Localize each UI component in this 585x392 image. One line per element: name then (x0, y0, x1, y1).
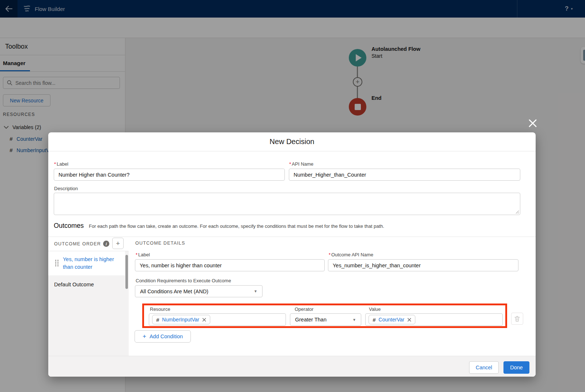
done-button[interactable]: Done (503, 361, 529, 374)
info-icon[interactable]: i (103, 241, 109, 247)
flow-builder-app: Flow Builder ? ▼ Select Elements ↺ ↻ ⚙ (0, 0, 585, 392)
condition-requirements-dropdown[interactable]: All Conditions Are Met (AND) ▼ (135, 285, 263, 297)
textarea-resize-handle[interactable] (516, 210, 519, 214)
outcome-list-scrollbar[interactable] (125, 255, 128, 289)
delete-condition-button[interactable] (511, 313, 523, 325)
outcomes-heading: Outcomes (54, 222, 84, 230)
decision-api-name-input[interactable] (289, 169, 520, 181)
outcome-api-field-label: *Outcome API Name (329, 252, 373, 257)
required-asterisk: * (329, 252, 331, 257)
required-asterisk: * (289, 161, 291, 167)
api-name-field-label: *API Name (289, 161, 313, 167)
trash-icon (514, 316, 520, 322)
remove-resource-icon[interactable] (202, 318, 206, 322)
outcome-order-header: OUTCOME ORDER i + (48, 237, 129, 251)
outcomes-section-header: Outcomes For each path the flow can take… (54, 222, 384, 230)
required-asterisk: * (54, 161, 56, 167)
operator-dropdown[interactable]: Greater Than ▼ (290, 313, 361, 326)
value-pill: # CounterVar (369, 315, 415, 324)
label-field-label: *Label (54, 161, 68, 167)
description-textarea[interactable] (54, 193, 520, 215)
remove-value-icon[interactable] (407, 318, 411, 322)
modal-header: New Decision (48, 132, 536, 151)
add-outcome-button[interactable]: + (112, 238, 124, 249)
value-pill-label[interactable]: CounterVar (378, 317, 404, 323)
outcome-label-input[interactable] (135, 259, 325, 271)
outcome-label-field-label: *Label (136, 252, 150, 257)
resource-pill-label[interactable]: NumberInputVar (162, 317, 199, 323)
number-variable-icon: # (156, 317, 159, 323)
new-decision-modal: New Decision *Label *API Name Descriptio… (48, 132, 536, 377)
chevron-down-icon: ▼ (254, 289, 257, 293)
outcome-item-label: Yes, number is higher than counter (63, 256, 124, 271)
resource-pill: # NumberInputVar (152, 315, 210, 324)
operator-label: Operator (295, 306, 313, 312)
number-variable-icon: # (373, 317, 375, 323)
outcomes-help-text: For each path the flow can take, create … (89, 223, 384, 229)
condition-row-highlight: Resource # NumberInputVar Operator Great… (142, 304, 507, 328)
close-modal-button[interactable] (528, 118, 537, 128)
value-field[interactable]: # CounterVar (365, 313, 503, 326)
drag-handle-icon[interactable] (55, 260, 59, 267)
description-field-label: Description (54, 186, 78, 191)
outcome-details-title: OUTCOME DETAILS (135, 241, 185, 246)
condition-requirements-label: Condition Requirements to Execute Outcom… (136, 278, 231, 283)
plus-icon: + (143, 333, 146, 340)
value-label: Value (369, 306, 381, 312)
required-asterisk: * (136, 252, 137, 257)
decision-label-input[interactable] (54, 169, 285, 181)
close-icon (529, 120, 536, 127)
cancel-button[interactable]: Cancel (469, 361, 499, 374)
outcome-item-default[interactable]: Default Outcome (54, 282, 94, 287)
outcome-order-list: Yes, number is higher than counter Defau… (48, 251, 129, 356)
resource-field[interactable]: # NumberInputVar (149, 313, 286, 326)
plus-icon: + (116, 240, 120, 248)
add-condition-button[interactable]: + Add Condition (135, 330, 191, 343)
chevron-down-icon: ▼ (352, 318, 356, 322)
modal-title: New Decision (269, 137, 314, 146)
outcome-item-selected[interactable]: Yes, number is higher than counter (48, 251, 125, 275)
modal-footer: Cancel Done (48, 356, 536, 377)
resource-label: Resource (150, 306, 170, 312)
outcome-order-title: OUTCOME ORDER (54, 241, 101, 246)
outcome-api-name-input[interactable] (328, 259, 518, 271)
